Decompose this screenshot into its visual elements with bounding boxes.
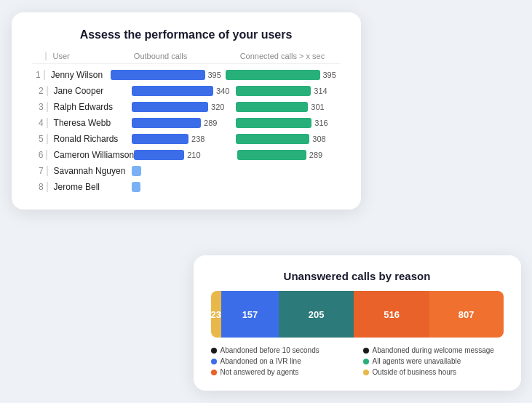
row-user: Cameron Williamson [46,150,134,160]
table-row: 5 Ronald Richards 238 308 [32,131,341,147]
outbound-bar-wrap: 320 [132,102,236,112]
outbound-value: 289 [204,119,221,127]
table-row: 8 Jerome Bell [32,179,341,195]
connected-bar [226,70,320,80]
connected-value: 289 [309,151,327,159]
segment-label: 23 [211,309,221,320]
table-row: 7 Savannah Nguyen [32,163,341,179]
chart-segment-orange-mid: 516 [354,291,429,338]
legend-dot [211,370,217,375]
row-num: 2 [32,86,47,96]
segment-label: 205 [309,309,325,320]
connected-bar [237,150,306,160]
legend-dot [363,359,369,364]
table-header: User Outbound calls Connected calls > x … [32,52,341,64]
outbound-bar [132,182,140,192]
connected-bar-wrap: 289 [237,150,341,160]
th-connected: Connected calls > x sec [240,52,341,60]
row-user: Ronald Richards [47,134,132,144]
row-num: 7 [32,166,47,176]
legend-dot [363,348,369,354]
connected-value: 316 [314,119,332,127]
unanswered-title: Unanswered calls by reason [211,270,504,282]
legend-item: Outside of business hours [363,368,504,376]
outbound-bar [132,118,201,128]
legend-label: All agents were unavailable [373,357,461,365]
chart-segment-teal: 205 [279,291,354,338]
legend-label: Abandoned during welcome message [373,346,494,354]
table-row: 6 Cameron Williamson 210 289 [32,147,341,163]
row-user: Ralph Edwards [47,102,132,112]
outbound-bar-wrap: 340 [132,86,236,96]
legend-dot [211,348,217,354]
outbound-bar-wrap: 289 [132,118,236,128]
connected-bar [236,102,308,112]
legend-item: All agents were unavailable [363,357,504,365]
outbound-bar-wrap [132,166,236,176]
legend-label: Abandoned on a IVR line [221,357,301,365]
table-row: 3 Ralph Edwards 320 301 [32,99,341,115]
row-user: Savannah Nguyen [47,166,132,176]
outbound-value: 210 [187,151,205,159]
row-num: 5 [32,134,47,144]
th-user: User [45,52,127,60]
outbound-bar-wrap: 395 [111,70,226,80]
connected-bar [236,118,311,128]
row-user: Theresa Webb [47,118,132,128]
outbound-bar-wrap: 238 [132,134,236,144]
row-user: Jenny Wilson [44,70,111,80]
connected-bar-wrap: 308 [236,134,340,144]
performance-card: Assess the performance of your users Use… [12,12,361,210]
row-num: 6 [32,150,47,160]
outbound-bar [132,102,208,112]
segment-label: 807 [458,309,475,320]
outbound-bar [134,150,184,160]
segment-label: 516 [384,309,400,320]
outbound-value: 395 [208,71,226,79]
outbound-value: 340 [216,87,234,95]
connected-bar-wrap: 314 [236,86,340,96]
unanswered-chart: 23157205516807 [211,291,504,338]
table-row: 1 Jenny Wilson 395 395 [32,67,341,83]
table-row: 4 Theresa Webb 289 316 [32,115,341,131]
table-row: 2 Jane Cooper 340 314 [32,83,341,99]
outbound-bar [132,86,213,96]
legend-item: Abandoned on a IVR line [211,357,352,365]
legend-dot [363,370,369,375]
unanswered-card: Unanswered calls by reason 2315720551680… [194,255,521,391]
connected-bar-wrap: 395 [226,70,341,80]
connected-bar-wrap: 301 [236,102,340,112]
legend-item: Abandoned before 10 seconds [211,346,352,354]
legend: Abandoned before 10 seconds Abandoned du… [211,346,504,376]
segment-label: 157 [242,309,258,320]
legend-label: Abandoned before 10 seconds [221,346,319,354]
legend-dot [211,359,217,364]
connected-bar-wrap: 316 [236,118,340,128]
row-num: 8 [32,182,47,192]
chart-segment-blue: 157 [221,291,279,338]
connected-value: 314 [314,87,331,95]
connected-bar [236,134,309,144]
legend-label: Not answered by agents [221,368,299,376]
performance-table: 1 Jenny Wilson 395 395 2 Jane Cooper 340… [32,67,341,195]
outbound-bar [132,134,188,144]
legend-label: Outside of business hours [373,368,457,376]
chart-segment-yellow: 23 [211,291,221,338]
outbound-value: 320 [211,103,229,111]
row-num: 4 [32,118,47,128]
legend-item: Not answered by agents [211,368,352,376]
row-user: Jane Cooper [47,86,132,96]
row-user: Jerome Bell [47,182,132,192]
th-outbound: Outbound calls [134,52,234,60]
outbound-bar [111,70,205,80]
row-num: 1 [32,70,44,80]
connected-value: 301 [311,103,328,111]
connected-value: 395 [323,71,341,79]
connected-bar [236,86,311,96]
legend-item: Abandoned during welcome message [363,346,504,354]
outbound-bar-wrap: 210 [134,150,237,160]
chart-segment-orange: 807 [429,291,504,338]
connected-value: 308 [312,135,330,143]
outbound-bar [132,166,141,176]
outbound-bar-wrap [132,182,236,192]
